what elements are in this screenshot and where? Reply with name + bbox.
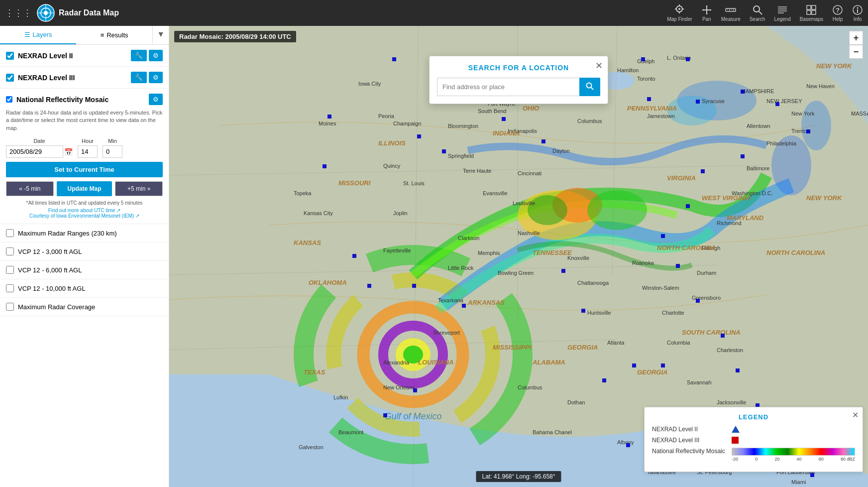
- apps-icon[interactable]: ⋮⋮⋮: [5, 7, 32, 18]
- vcp12-3k-label[interactable]: VCP 12 - 3,000 ft AGL: [18, 248, 82, 255]
- legend-row-nexrad2: NEXRAD Level II: [652, 426, 855, 433]
- max-radar-ranges-label[interactable]: Maximum Radar Ranges (230 km): [18, 230, 117, 237]
- tool-basemaps[interactable]: Basemaps: [800, 4, 823, 22]
- tool-info-label: Info: [854, 16, 862, 22]
- svg-text:OHIO: OHIO: [523, 105, 539, 112]
- tool-map-finder[interactable]: Map Finder: [667, 4, 692, 22]
- tab-results[interactable]: ≡ Results: [76, 26, 152, 44]
- nexrad2-checkbox[interactable]: [6, 52, 14, 60]
- hour-input[interactable]: [78, 145, 98, 158]
- update-map-button[interactable]: Update Map: [57, 181, 112, 196]
- svg-text:KANSAS: KANSAS: [294, 239, 321, 246]
- legend-close-button[interactable]: ✕: [852, 410, 859, 420]
- mosaic-settings-btn[interactable]: ⚙: [149, 94, 163, 105]
- iowa-link[interactable]: Courtesy of Iowa Environmental Mesonet (…: [6, 213, 163, 219]
- minus-5min-button[interactable]: « -5 min: [6, 181, 54, 196]
- svg-text:TEXAS: TEXAS: [304, 368, 326, 376]
- tab-layers[interactable]: ☰ Layers: [0, 26, 76, 44]
- tool-info[interactable]: Info: [852, 4, 863, 22]
- layer-nexrad2: NEXRAD Level II 🔧 ⚙: [0, 45, 169, 67]
- svg-text:Toronto: Toronto: [637, 76, 655, 82]
- nexrad3-wrench-btn[interactable]: 🔧: [131, 72, 147, 83]
- svg-rect-199: [632, 364, 636, 367]
- nexrad2-label[interactable]: NEXRAD Level II: [18, 52, 127, 60]
- mosaic-checkbox[interactable]: [6, 96, 12, 103]
- zoom-in-button[interactable]: +: [849, 31, 863, 45]
- utc-link[interactable]: Find out more about UTC time ↗: [6, 208, 163, 213]
- svg-text:Allentown: Allentown: [747, 123, 770, 129]
- svg-text:VIRGINIA: VIRGINIA: [667, 174, 696, 182]
- nexrad2-wrench-btn[interactable]: 🔧: [131, 50, 147, 61]
- location-search-input[interactable]: [437, 78, 579, 96]
- svg-rect-181: [676, 264, 680, 268]
- vcp12-10k-label[interactable]: VCP 12 - 10,000 ft AGL: [18, 285, 86, 292]
- svg-rect-205: [810, 473, 814, 477]
- min-group: Min: [103, 138, 122, 158]
- svg-text:?: ?: [836, 6, 840, 14]
- nexrad2-settings-btn[interactable]: ⚙: [149, 50, 163, 61]
- location-search-button[interactable]: [579, 78, 600, 96]
- mosaic-label[interactable]: National Reflectivity Mosaic: [16, 96, 145, 104]
- vcp12-10k-checkbox[interactable]: [6, 284, 14, 292]
- layer-max-radar-ranges: Maximum Radar Ranges (230 km): [0, 224, 169, 243]
- panel-tabs: ☰ Layers ≡ Results ▼: [0, 26, 169, 45]
- svg-text:Durham: Durham: [697, 270, 716, 276]
- svg-text:MARYLAND: MARYLAND: [727, 214, 764, 222]
- svg-text:LOUISIANA: LOUISIANA: [418, 359, 454, 366]
- legend-nexrad2-label: NEXRAD Level II: [652, 426, 727, 433]
- min-label: Min: [108, 138, 117, 144]
- vcp12-6k-checkbox[interactable]: [6, 266, 14, 274]
- search-dialog-close-button[interactable]: ✕: [595, 60, 603, 71]
- max-coverage-label[interactable]: Maximum Radar Coverage: [18, 303, 95, 311]
- tool-help[interactable]: ? Help: [832, 4, 843, 22]
- svg-text:Lufkin: Lufkin: [333, 394, 348, 400]
- search-dialog: SEARCH FOR A LOCATION ✕: [429, 56, 608, 104]
- tool-basemaps-label: Basemaps: [800, 16, 823, 22]
- app-title: Radar Data Map: [59, 8, 667, 17]
- zoom-out-button[interactable]: −: [849, 45, 863, 59]
- nexrad2-tools: 🔧 ⚙: [131, 50, 163, 61]
- legend-row-mosaic: National Reflectivity Mosaic -20 0 20 40…: [652, 448, 855, 462]
- svg-rect-179: [686, 204, 690, 208]
- svg-text:Topeka: Topeka: [294, 190, 312, 196]
- svg-text:Alexandria: Alexandria: [383, 360, 410, 365]
- layer-vcp12-10k: VCP 12 - 10,000 ft AGL: [0, 279, 169, 298]
- svg-text:Jacksonville: Jacksonville: [717, 399, 746, 405]
- vcp12-3k-checkbox[interactable]: [6, 247, 14, 255]
- svg-text:St. Louis: St. Louis: [403, 180, 425, 186]
- max-coverage-checkbox[interactable]: [6, 303, 14, 311]
- svg-point-55: [801, 101, 831, 150]
- svg-text:WEST VIRGINIA: WEST VIRGINIA: [702, 194, 751, 202]
- filter-button[interactable]: ▼: [152, 26, 169, 44]
- nexrad3-checkbox[interactable]: [6, 74, 14, 82]
- tool-measure[interactable]: Measure: [721, 4, 741, 22]
- svg-text:Evansville: Evansville: [483, 190, 508, 196]
- colorbar-label-3: 20: [774, 457, 779, 462]
- svg-text:ALABAMA: ALABAMA: [532, 359, 565, 366]
- svg-text:Joplin: Joplin: [393, 210, 408, 216]
- filter-icon: ▼: [157, 30, 165, 38]
- vcp12-6k-label[interactable]: VCP 12 - 6,000 ft AGL: [18, 266, 82, 274]
- svg-rect-167: [641, 57, 645, 61]
- tool-legend[interactable]: Legend: [774, 4, 790, 22]
- svg-text:NEW YORK: NEW YORK: [806, 194, 843, 202]
- tool-pan[interactable]: Pan: [701, 4, 712, 22]
- tool-search[interactable]: Search: [750, 4, 765, 22]
- svg-rect-169: [502, 117, 506, 121]
- nexrad3-label[interactable]: NEXRAD Level III: [18, 74, 127, 82]
- max-radar-ranges-checkbox[interactable]: [6, 229, 14, 237]
- datetime-row: Date 📅 Hour Min: [6, 138, 163, 158]
- date-input[interactable]: [6, 145, 63, 158]
- svg-point-16: [754, 6, 760, 12]
- svg-text:OKLAHOMA: OKLAHOMA: [309, 279, 347, 286]
- colorbar-label-2: 0: [755, 457, 758, 462]
- min-input[interactable]: [103, 145, 122, 158]
- nexrad3-settings-btn[interactable]: ⚙: [149, 72, 163, 83]
- svg-rect-201: [626, 443, 630, 447]
- plus-5min-button[interactable]: +5 min »: [115, 181, 163, 196]
- svg-rect-189: [412, 284, 416, 288]
- calendar-icon[interactable]: 📅: [64, 148, 73, 156]
- set-current-time-button[interactable]: Set to Current Time: [6, 162, 163, 177]
- map-area[interactable]: La Crosse du Lac Bloomington Springfield…: [169, 26, 868, 487]
- svg-text:Miami: Miami: [791, 479, 806, 485]
